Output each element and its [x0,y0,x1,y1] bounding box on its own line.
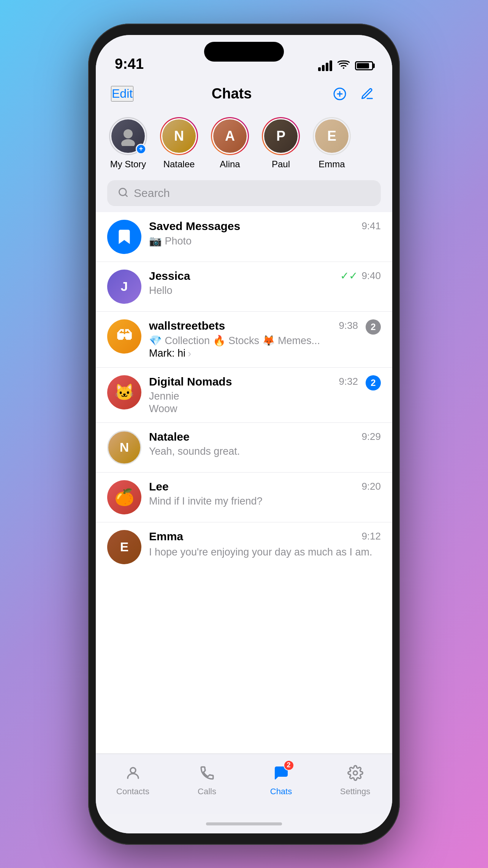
chat-name: Jessica [149,270,190,282]
chat-name: Lee [149,480,169,493]
search-bar[interactable]: Search [107,180,381,206]
chat-time: 9:40 [361,270,381,282]
story-alina[interactable]: A Alina [209,117,251,170]
chat-preview: Yeah, sounds great. [149,446,381,457]
dynamic-island [204,42,284,62]
chat-name: Natalee [149,430,190,443]
search-placeholder: Search [134,187,170,200]
chat-item-digital-nomads[interactable]: 🐱 Digital Nomads 9:32 Jennie Woow 2 [96,368,392,423]
search-bar-wrap: Search [96,177,392,212]
chat-item-wallstreetbets[interactable]: 🕶 wallstreetbets 9:38 💎 Collection 🔥 Sto… [96,312,392,368]
tab-label-calls: Calls [198,787,216,797]
chat-name: Digital Nomads [149,375,232,388]
avatar: P [264,119,298,153]
avatar: 🐱 [107,375,141,409]
avatar: E [107,530,141,564]
add-circle-button[interactable] [330,84,350,104]
tab-contacts[interactable]: Contacts [110,762,156,797]
avatar: 🕶 [107,319,141,354]
story-name: Natalee [163,159,195,170]
chat-time: 9:32 [339,376,358,387]
tab-label-chats: Chats [270,787,292,797]
svg-point-3 [124,129,133,138]
story-name: Alina [220,159,240,170]
chat-item-natalee[interactable]: N Natalee 9:29 Yeah, sounds great. [96,423,392,473]
story-emma[interactable]: E Emma [311,117,353,170]
avatar [107,220,141,254]
add-circle-icon [333,87,347,101]
tab-label-contacts: Contacts [116,787,149,797]
unread-badge: 2 [366,375,381,390]
avatar: J [107,270,141,304]
stories-row: + My Story N Natalee A [96,111,392,177]
chat-time: 9:20 [361,481,381,492]
chat-time: 9:41 [361,220,381,232]
status-time: 9:41 [115,56,144,72]
story-name: Paul [272,159,290,170]
status-icons [318,60,373,72]
chat-preview-row2: Woow [149,403,358,415]
phone-screen: 9:41 [96,35,392,833]
tab-label-settings: Settings [340,787,371,797]
chat-time: 9:12 [361,530,381,542]
compose-button[interactable] [357,84,377,104]
svg-line-6 [125,194,127,196]
chat-name: Emma [149,530,183,543]
svg-point-4 [121,139,135,146]
tab-calls[interactable]: Calls [184,762,230,797]
chat-item-emma[interactable]: E Emma 9:12 I hope you're enjoying your … [96,522,392,572]
story-name: Emma [318,159,345,170]
svg-point-8 [353,771,357,775]
chat-name: Saved Messages [149,220,240,233]
wifi-icon [337,60,350,72]
home-indicator [96,814,392,833]
chat-list: Saved Messages 9:41 📷 Photo J Jessica ✓✓… [96,212,392,754]
tab-bar: Contacts Calls 2 Chats [96,754,392,814]
chat-preview: Hello [149,285,381,297]
chat-preview: 💎 Collection 🔥 Stocks 🦊 Memes... [149,335,358,347]
signal-icon [318,60,332,71]
chat-preview: Mind if I invite my friend? [149,495,381,507]
chat-name: wallstreetbets [149,319,225,332]
tab-settings[interactable]: Settings [333,762,378,797]
search-icon [118,187,128,199]
avatar: E [315,119,349,153]
settings-icon [347,765,363,781]
contacts-icon [125,765,141,781]
avatar: N [107,430,141,465]
story-natalee[interactable]: N Natalee [158,117,200,170]
delivered-icon: ✓✓ [340,270,358,282]
phone-frame: 9:41 [88,24,400,845]
unread-badge: 2 [366,319,381,335]
nav-actions [330,84,377,104]
edit-button[interactable]: Edit [111,86,133,102]
chat-preview: Jennie [149,390,358,402]
tab-chats[interactable]: 2 Chats [258,762,304,797]
chat-time: 9:38 [339,320,358,332]
add-story-badge: + [136,144,146,154]
page-title: Chats [212,86,252,102]
avatar: 🍊 [107,480,141,514]
story-paul[interactable]: P Paul [260,117,302,170]
calls-icon [199,765,215,781]
story-my-story[interactable]: + My Story [107,117,149,170]
chats-badge: 2 [284,760,294,771]
chat-time: 9:29 [361,431,381,443]
chat-preview: 📷 Photo [149,235,381,247]
compose-icon [360,87,374,101]
avatar: N [162,119,196,153]
navigation-bar: Edit Chats [96,77,392,111]
svg-point-7 [130,768,136,773]
avatar: A [213,119,247,153]
chat-item-lee[interactable]: 🍊 Lee 9:20 Mind if I invite my friend? [96,473,392,522]
chat-preview-row2: Mark: hi › [149,348,358,360]
battery-icon [355,61,373,70]
chat-item-jessica[interactable]: J Jessica ✓✓ 9:40 Hello [96,262,392,312]
chat-preview: I hope you're enjoying your day as much … [149,545,381,560]
story-name: My Story [110,159,146,170]
chat-item-saved[interactable]: Saved Messages 9:41 📷 Photo [96,212,392,262]
